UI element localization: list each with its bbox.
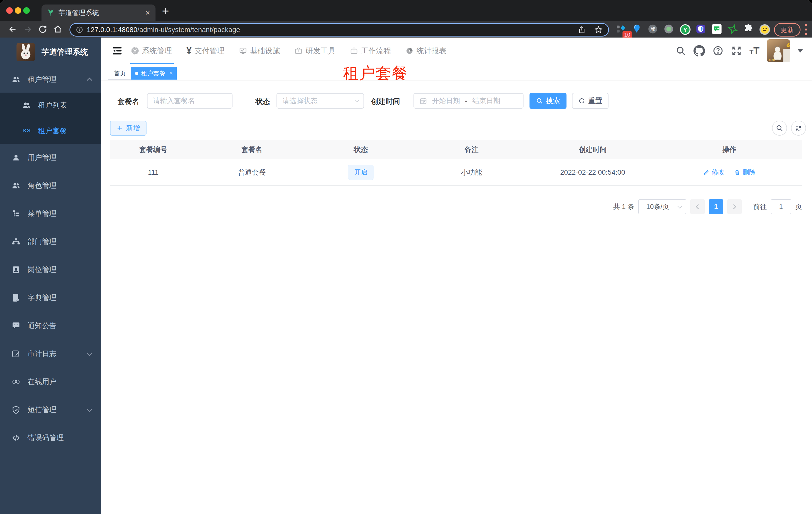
sidebar-collapse-icon[interactable] [112,45,123,57]
user-avatar[interactable]: 💰0:30 [767,39,790,62]
sidebar-item-label: 租户管理 [28,75,57,85]
users-icon [22,101,31,110]
forward-icon[interactable] [23,25,32,34]
message-icon [11,321,21,330]
top-menu-pay[interactable]: ¥ 支付管理 [186,46,225,56]
share-icon[interactable] [578,26,586,34]
sidebar-item-label: 在线用户 [28,377,57,387]
tab-close-icon[interactable]: × [145,9,150,17]
top-menu-workflow[interactable]: 工作流程 [350,46,391,56]
sidebar-item-role[interactable]: 角色管理 [0,172,101,200]
sidebar-item-errcode[interactable]: 错误码管理 [0,424,101,452]
browser-menu-icon[interactable] [805,24,807,37]
top-menu-devtools[interactable]: 研发工具 [294,46,336,56]
package-name-input[interactable]: 请输入套餐名 [147,93,232,109]
delete-link[interactable]: 删除 [734,168,755,177]
ext-command-icon[interactable]: ⌘ [647,24,658,34]
help-icon[interactable] [713,45,724,56]
ext-star-icon[interactable] [727,24,738,35]
search-icon[interactable] [675,46,686,56]
home-icon[interactable] [53,25,62,34]
cell-create-time: 2022-02-22 00:54:00 [529,168,657,177]
url-path: /admin-ui/system/tenant/package [137,26,240,34]
sidebar-item-user[interactable]: 用户管理 [0,144,101,172]
sidebar-menu: 租户管理 租户列表 租户套餐 用户管理 角色管理 [0,66,101,452]
avatar-dropdown-icon[interactable] [798,49,803,53]
sidebar-item-tenant-group[interactable]: 租户管理 [0,66,101,92]
sidebar-item-sms[interactable]: 短信管理 [0,396,101,424]
tab-home[interactable]: 首页 [108,67,132,80]
search-button[interactable]: 搜索 [529,93,567,109]
tab-close-icon[interactable]: × [169,70,173,77]
link-label: 删除 [743,168,755,177]
ext-shield-icon[interactable] [696,24,706,34]
browser-tab[interactable]: 芋道管理系统 × [41,4,155,21]
traffic-zoom-button[interactable] [23,7,30,14]
status-select[interactable]: 请选择状态 [277,93,364,109]
date-range-picker[interactable]: 开始日期 - 结束日期 [413,93,523,109]
next-page-button[interactable] [727,199,742,214]
ext-emoji-icon[interactable] [759,24,771,35]
col-header: 套餐名 [197,145,307,154]
goto-page-input[interactable]: 1 [771,199,791,214]
site-info-icon[interactable] [76,26,83,33]
font-size-icon[interactable]: TT [750,45,759,57]
refresh-icon [578,97,585,104]
chevron-down-icon [87,406,92,412]
table-refresh-button[interactable] [791,120,806,136]
sidebar-item-online[interactable]: 在线用户 [0,368,101,396]
sidebar-item-post[interactable]: 岗位管理 [0,256,101,284]
edit-link[interactable]: 修改 [703,168,725,177]
prev-page-button[interactable] [690,199,705,214]
new-tab-button[interactable]: + [162,4,169,18]
table-search-toggle-button[interactable] [772,120,787,136]
reset-button[interactable]: 重置 [572,93,609,109]
sidebar-logo[interactable]: 芋道管理系统 [0,42,101,62]
sidebar-submenu: 租户列表 租户套餐 [0,92,101,144]
filter-time-label: 创建时间 [371,97,400,107]
browser-tabstrip: 芋道管理系统 × + [0,0,812,21]
table-row[interactable]: 111 普通套餐 开启 小功能 2022-02-22 00:54:00 修改 删… [110,159,802,186]
page-size-select[interactable]: 10条/页 [638,199,686,214]
reload-icon[interactable] [38,25,48,34]
tab-tenant-package[interactable]: 租户套餐 × [131,67,177,80]
app-title: 芋道管理系统 [41,47,88,57]
sidebar-item-label: 用户管理 [28,153,57,163]
current-page-button[interactable]: 1 [709,199,723,214]
date-start-placeholder: 开始日期 [432,96,460,106]
sidebar-item-label: 字典管理 [28,293,57,303]
top-menu-report[interactable]: 统计报表 [406,46,446,56]
ext-y-icon[interactable]: Y [679,24,691,35]
traffic-close-button[interactable] [6,7,13,14]
top-menu-system[interactable]: 系统管理 [131,46,172,56]
svg-text:⌘: ⌘ [650,26,656,32]
ext-balloon-icon[interactable] [632,24,642,34]
sidebar-item-label: 审计日志 [28,349,57,359]
browser-update-button[interactable]: 更新 [774,23,801,36]
select-placeholder: 请选择状态 [283,96,318,106]
briefcase-icon [294,47,302,55]
back-icon[interactable] [8,25,18,34]
sidebar-item-notice[interactable]: 通知公告 [0,312,101,340]
address-bar[interactable]: 127.0.0.1:48080/admin-ui/system/tenant/p… [69,23,609,36]
ext-grey-circle-icon[interactable] [664,24,674,34]
top-menu-infra[interactable]: 基础设施 [239,46,280,56]
add-button[interactable]: 新增 [110,120,146,136]
sidebar-item-tenant-package[interactable]: 租户套餐 [0,118,101,144]
fullscreen-icon[interactable] [731,45,742,56]
bookmark-star-icon[interactable] [594,26,603,34]
col-header: 创建时间 [529,145,657,154]
sidebar-item-menu[interactable]: 菜单管理 [0,200,101,228]
sidebar-item-audit[interactable]: 审计日志 [0,340,101,368]
traffic-minimize-button[interactable] [15,7,21,14]
sidebar-item-dict[interactable]: 字典管理 [0,284,101,312]
cell-remark: 小功能 [414,168,529,177]
ext-puzzle-icon[interactable] [744,24,754,34]
sidebar-item-tenant-list[interactable]: 租户列表 [0,92,101,118]
sidebar-item-dept[interactable]: 部门管理 [0,228,101,256]
sidebar-item-label: 角色管理 [28,181,57,191]
github-icon[interactable] [694,45,705,57]
svg-text:0:30: 0:30 [769,59,775,61]
ext-chat-icon[interactable] [712,24,722,34]
briefcase-icon [350,47,358,55]
